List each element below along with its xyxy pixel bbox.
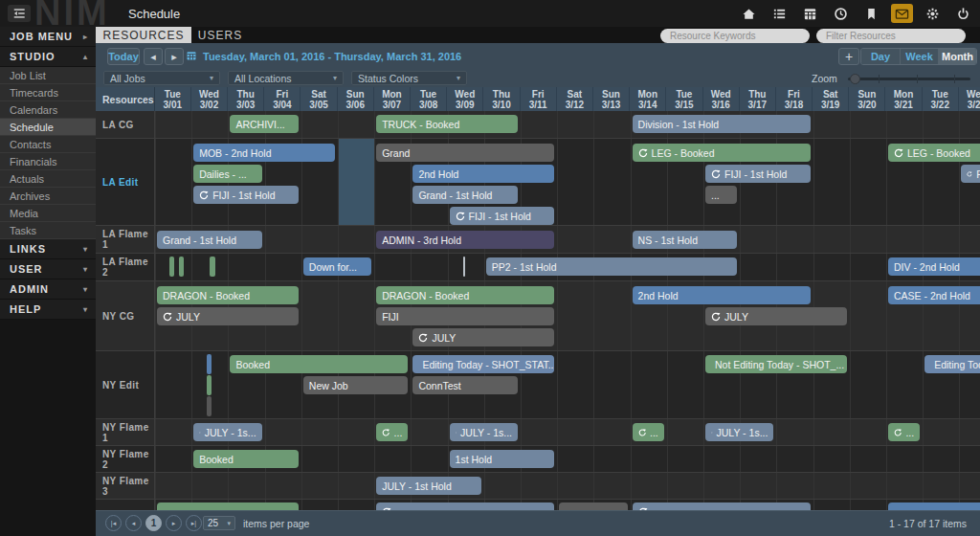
resource-row-label[interactable]: LA Edit	[96, 139, 155, 225]
schedule-bar[interactable]: Not Editing Today - SHOT_...	[705, 355, 847, 373]
schedule-bar[interactable]: DRAGON - Booked	[376, 286, 554, 304]
sidebar-item-financials[interactable]: Financials	[0, 153, 96, 170]
resource-row-label[interactable]: NY Edit	[96, 351, 155, 418]
date-column-header[interactable]: Wed3/16	[703, 87, 740, 111]
date-column-header[interactable]: Mon3/07	[374, 87, 411, 111]
schedule-bar[interactable]	[376, 502, 554, 510]
schedule-bar[interactable]: JULY	[412, 328, 554, 346]
filter-status-colors[interactable]: Status Colors▾	[351, 71, 467, 85]
schedule-tick-bar[interactable]	[169, 257, 174, 277]
date-column-header[interactable]: Sun3/20	[849, 87, 885, 111]
sidebar-item-admin[interactable]: ADMIN▾	[0, 279, 96, 300]
schedule-tick-bar[interactable]	[210, 257, 215, 277]
schedule-bar[interactable]: Dailies - ...	[193, 165, 261, 183]
clock-icon[interactable]	[830, 4, 852, 23]
resource-row-label[interactable]: LA Flame 1	[96, 226, 155, 253]
date-column-header[interactable]: Sun3/13	[593, 87, 630, 111]
calendar-icon[interactable]	[799, 4, 821, 23]
date-column-header[interactable]: Wed3/02	[191, 87, 228, 111]
sidebar-item-job-list[interactable]: Job List	[0, 67, 96, 84]
settings-icon[interactable]	[922, 4, 944, 23]
schedule-bar[interactable]: NS - 1st Hold	[633, 231, 738, 249]
date-column-header[interactable]: Mon3/14	[630, 87, 666, 111]
schedule-bar[interactable]	[888, 502, 980, 510]
schedule-bar[interactable]: New Job	[303, 376, 409, 394]
add-booking-button[interactable]: +	[838, 48, 859, 65]
schedule-tick-bar[interactable]	[207, 396, 212, 416]
today-button[interactable]: Today	[107, 48, 140, 65]
sidebar-item-calendars[interactable]: Calendars	[0, 101, 96, 119]
menu-toggle-icon[interactable]	[8, 5, 31, 22]
date-column-header[interactable]: Tue3/15	[666, 87, 702, 111]
schedule-bar[interactable]: JULY - 1s...	[450, 423, 518, 441]
home-icon[interactable]	[738, 4, 760, 23]
date-column-header[interactable]: Wed3/23	[959, 87, 980, 111]
schedule-bar[interactable]: Down for...	[303, 257, 371, 276]
next-page-button[interactable]: ▸	[166, 515, 182, 531]
schedule-bar[interactable]: ...	[376, 423, 408, 441]
schedule-bar[interactable]: ARCHIVI...	[230, 115, 298, 133]
date-column-header[interactable]: Thu3/10	[483, 87, 520, 111]
schedule-bar[interactable]: MOB - 2nd Hold	[193, 144, 335, 162]
resource-keywords-input[interactable]	[660, 29, 810, 43]
filter-resources-input[interactable]	[816, 29, 966, 43]
resource-row-label[interactable]	[96, 500, 155, 510]
schedule-tick-bar[interactable]	[207, 375, 212, 395]
date-column-header[interactable]: Sat3/05	[301, 87, 337, 111]
sidebar-item-actuals[interactable]: Actuals	[0, 170, 96, 188]
sidebar-item-media[interactable]: Media	[0, 205, 96, 222]
view-month-button[interactable]: Month	[938, 49, 976, 64]
date-column-header[interactable]: Wed3/09	[447, 87, 483, 111]
schedule-bar[interactable]: ...	[633, 423, 664, 441]
view-week-button[interactable]: Week	[900, 49, 938, 64]
resource-row-label[interactable]: LA Flame 2	[96, 254, 155, 280]
date-column-header[interactable]: Tue3/08	[411, 87, 447, 111]
schedule-bar[interactable]: JULY	[157, 307, 299, 325]
next-arrow-button[interactable]: ▸	[165, 48, 184, 65]
prev-page-button[interactable]: ◂	[125, 515, 142, 531]
sidebar-item-contacts[interactable]: Contacts	[0, 136, 96, 153]
sidebar-item-studio[interactable]: STUDIO▴	[0, 47, 96, 67]
schedule-bar[interactable]: FIJI - 1st Hold	[705, 165, 811, 183]
date-column-header[interactable]: Thu3/17	[740, 87, 776, 111]
schedule-tick-bar[interactable]	[463, 257, 465, 277]
schedule-bar[interactable]: Editing Today - SHOT_STAT...	[412, 355, 554, 373]
schedule-bar[interactable]: LEG - Booked	[633, 144, 811, 162]
items-per-page-select[interactable]: 25▾	[203, 516, 235, 530]
schedule-bar[interactable]: JULY - 1s...	[193, 423, 261, 441]
schedule-bar[interactable]: ADMIN - 3rd Hold	[376, 231, 554, 249]
schedule-tick-bar[interactable]	[179, 257, 184, 277]
resource-row-label[interactable]: NY Flame 2	[96, 446, 155, 472]
resource-row-label[interactable]: NY Flame 1	[96, 419, 155, 445]
schedule-bar[interactable]: FIJI - 1st Hold	[193, 186, 299, 204]
last-page-button[interactable]: ▸|	[186, 515, 202, 531]
schedule-bar[interactable]: Editing Tod...	[924, 355, 980, 373]
date-column-header[interactable]: Tue3/01	[155, 87, 191, 111]
date-column-header[interactable]: Sat3/19	[813, 87, 849, 111]
bookmark-icon[interactable]	[860, 4, 882, 23]
schedule-bar[interactable]	[157, 502, 299, 510]
schedule-bar[interactable]: FIJI - 1st...	[961, 165, 980, 183]
schedule-bar[interactable]: 2nd Hold	[633, 286, 811, 304]
schedule-bar[interactable]: Division - 1st Hold	[633, 115, 811, 133]
schedule-bar[interactable]: 2nd Hold	[412, 165, 554, 183]
date-column-header[interactable]: Fri3/11	[521, 87, 557, 111]
schedule-bar[interactable]: DRAGON - Booked	[157, 286, 299, 304]
sidebar-item-archives[interactable]: Archives	[0, 188, 96, 205]
schedule-tick-bar[interactable]	[207, 354, 212, 374]
schedule-bar[interactable]: Grand - 1st Hold	[157, 231, 262, 249]
date-column-header[interactable]: Mon3/21	[885, 87, 922, 111]
date-column-header[interactable]: Tue3/22	[923, 87, 959, 111]
date-column-header[interactable]: Fri3/18	[776, 87, 813, 111]
tab-users[interactable]: USERS	[191, 27, 249, 43]
view-day-button[interactable]: Day	[861, 49, 900, 64]
schedule-bar[interactable]: TRUCK - Booked	[376, 115, 518, 133]
sidebar-item-tasks[interactable]: Tasks	[0, 222, 96, 239]
schedule-bar[interactable]: FIJI - 1st Hold	[450, 207, 555, 225]
date-column-header[interactable]: Sun3/06	[338, 87, 374, 111]
date-column-header[interactable]: Thu3/03	[228, 87, 264, 111]
power-icon[interactable]	[952, 4, 974, 23]
prev-arrow-button[interactable]: ◂	[144, 48, 163, 65]
schedule-bar[interactable]: Grand	[376, 144, 554, 162]
schedule-bar[interactable]: ConnTest	[412, 376, 518, 394]
